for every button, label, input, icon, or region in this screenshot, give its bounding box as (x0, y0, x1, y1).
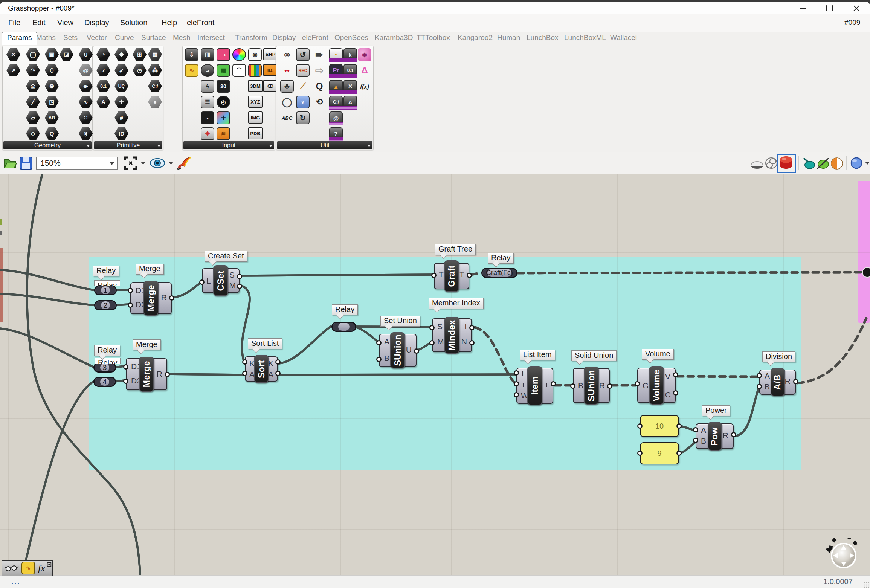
plane-param-icon[interactable]: ◳ (45, 96, 59, 108)
integer-param-icon[interactable]: 7 (96, 64, 110, 76)
input-port[interactable] (242, 371, 247, 376)
value-panel-9[interactable]: 9 (640, 442, 679, 464)
output-port[interactable] (673, 372, 678, 377)
abc-icon[interactable]: ABC (280, 111, 294, 124)
remote-icon[interactable]: ⟋ (296, 80, 310, 93)
chevron-down-icon[interactable] (141, 162, 145, 165)
tag-id-icon[interactable]: ID. (263, 64, 278, 76)
open-file-icon[interactable] (3, 156, 17, 170)
output-port[interactable] (275, 371, 281, 376)
chevron-down-icon[interactable] (865, 162, 870, 165)
elefront-a-icon[interactable]: A (343, 96, 357, 108)
glasses-icon[interactable] (5, 563, 19, 573)
preview-shaded-button[interactable] (777, 154, 796, 173)
input-port[interactable] (199, 279, 205, 285)
component-merge-1[interactable]: D1 D2 R Merge (130, 282, 172, 314)
input-port[interactable] (635, 381, 640, 386)
tree-view-icon[interactable]: ♣ (280, 80, 294, 93)
sketch-tool-icon[interactable]: ∿ (21, 562, 35, 574)
document-preview-icon[interactable] (816, 156, 830, 170)
eyes-icon[interactable]: ↀ (263, 80, 278, 92)
component-create-set[interactable]: L S M CSet (202, 268, 240, 293)
spiral-param-icon[interactable]: @ (79, 64, 93, 76)
panel-input-port[interactable] (637, 423, 643, 429)
output-port[interactable] (237, 274, 242, 279)
display-mode-icon[interactable] (849, 156, 864, 170)
subd-param-icon[interactable]: Q (45, 127, 59, 140)
geometry-param-icon[interactable]: ✕ (6, 48, 20, 61)
menu-help[interactable]: Help (162, 18, 177, 27)
tag-img-icon[interactable]: IMG (248, 111, 263, 124)
panel-expand-icon[interactable] (157, 145, 161, 147)
speaker-icon[interactable]: ◉ (358, 48, 371, 61)
tag-pdb-icon[interactable]: PDB (248, 127, 263, 139)
input-port[interactable] (429, 340, 435, 345)
paint-icon[interactable]: ≋ (217, 127, 230, 140)
value-list-icon[interactable]: ☰ (201, 96, 214, 108)
tab-params[interactable]: Params (2, 32, 37, 45)
fx-icon[interactable]: f(x) (358, 80, 371, 93)
panel-output-port[interactable] (676, 423, 682, 429)
interval-param-icon[interactable]: ✛ (114, 96, 128, 108)
input-port[interactable] (693, 438, 698, 443)
input-port[interactable] (123, 379, 128, 384)
axes-icon[interactable]: ✥ (201, 127, 214, 140)
menu-edit[interactable]: Edit (32, 18, 45, 27)
gradient-icon[interactable]: ▦ (217, 64, 230, 77)
preview-selected-icon[interactable] (801, 156, 816, 170)
input-port[interactable] (242, 359, 247, 365)
preview-wireframe-icon[interactable] (764, 156, 779, 170)
grid-param-icon[interactable]: # (114, 111, 128, 124)
line-param-icon[interactable]: ╱ (26, 96, 40, 108)
twisted-box-param-icon[interactable]: ∿ (79, 96, 93, 108)
relay-empty[interactable] (331, 322, 356, 332)
input-port[interactable] (514, 392, 519, 397)
data-input-icon[interactable]: ⇨ (313, 64, 326, 77)
input-port[interactable] (693, 427, 698, 432)
panel-label-primitive[interactable]: Primitive (94, 141, 162, 149)
toggle-icon[interactable]: ◨ (201, 48, 214, 61)
component-graft-tree[interactable]: T T Graft (434, 263, 469, 289)
input-port[interactable] (128, 288, 133, 293)
zip-icon[interactable]: Y (296, 96, 310, 108)
menu-view[interactable]: View (57, 18, 73, 27)
tab-sets[interactable]: Sets (63, 34, 78, 42)
elefront-key-icon[interactable]: k (343, 48, 357, 61)
relay-3[interactable]: 3 (93, 362, 116, 373)
matrix-param-icon[interactable]: ⊞ (133, 48, 147, 61)
preview-mesh-quality-icon[interactable] (830, 157, 844, 170)
output-port[interactable] (607, 383, 612, 389)
chevron-down-icon[interactable] (169, 162, 173, 165)
panel-icon[interactable]: ▪ (201, 111, 214, 124)
char-param-icon[interactable]: A (96, 96, 110, 108)
relay-tool-icon[interactable]: ↺ (296, 48, 310, 61)
input-port[interactable] (570, 383, 575, 389)
tab-kangaroo2[interactable]: Kangaroo2 (458, 34, 493, 42)
swatch-icon[interactable] (248, 64, 262, 77)
preview-off-icon[interactable] (749, 157, 765, 170)
guid-param-icon[interactable]: ID (114, 127, 128, 140)
circle-param-icon[interactable]: ◯ (26, 48, 40, 61)
input-port[interactable] (376, 357, 382, 362)
menu-display[interactable]: Display (84, 18, 109, 27)
output-port[interactable] (469, 340, 475, 345)
fx-expression-icon[interactable]: fx (37, 562, 52, 574)
relay-4[interactable]: 4 (93, 377, 116, 387)
cluster-icon[interactable]: ◯ (280, 96, 294, 108)
relay-2[interactable]: 2 (94, 300, 117, 310)
picker-icon[interactable]: ✛ (217, 111, 230, 124)
colour-wheel-icon[interactable] (232, 48, 246, 61)
tree-param-icon[interactable]: ⁂ (148, 64, 162, 76)
input-port[interactable] (431, 273, 437, 278)
component-sort-list[interactable]: K A K A Sort (245, 356, 278, 382)
input-port[interactable] (514, 370, 519, 376)
panel-label-util[interactable]: Util (277, 141, 372, 149)
zoom-extents-icon[interactable] (124, 156, 138, 170)
tag-xyz-icon[interactable]: XYZ (248, 96, 263, 108)
zoom-select[interactable]: 150% (36, 157, 118, 170)
output-port[interactable] (469, 325, 475, 330)
value-panel-10[interactable]: 10 (640, 415, 679, 437)
transform-param-icon[interactable]: ◇ (26, 127, 40, 140)
sketch-pen-icon[interactable] (176, 155, 193, 171)
lightning-icon[interactable]: ϟ (201, 80, 214, 93)
